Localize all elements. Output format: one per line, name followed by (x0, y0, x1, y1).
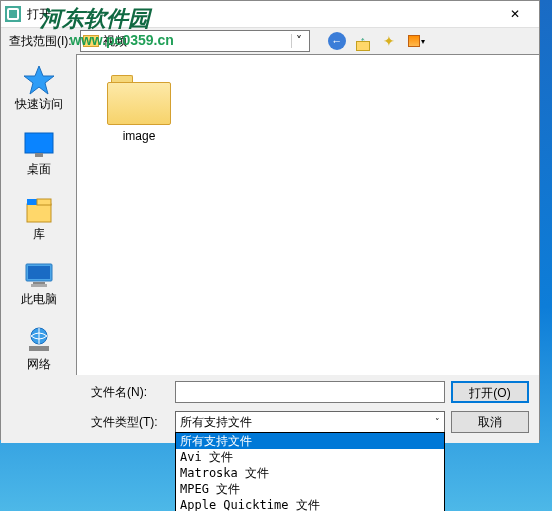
nav-icons: ← ▾ (328, 32, 428, 50)
view-menu-icon[interactable]: ▾ (406, 32, 428, 50)
folder-icon (107, 75, 171, 125)
filetype-option[interactable]: MPEG 文件 (176, 481, 444, 497)
filetype-option[interactable]: 所有支持文件 (176, 433, 444, 449)
filetype-option[interactable]: Matroska 文件 (176, 465, 444, 481)
folder-item[interactable]: image (107, 75, 171, 143)
path-dropdown-icon[interactable]: ˅ (291, 34, 307, 48)
sidebar-item-desktop[interactable]: 桌面 (21, 129, 57, 180)
new-folder-icon[interactable] (380, 32, 398, 50)
app-icon (5, 6, 21, 22)
open-button[interactable]: 打开(O) (451, 381, 529, 403)
filetype-selected-text: 所有支持文件 (180, 414, 435, 431)
lookfor-row: 查找范围(I): 视频 ˅ ← ▾ (1, 28, 539, 54)
filetype-label: 文件类型(T): (91, 414, 169, 431)
filetype-option[interactable]: Avi 文件 (176, 449, 444, 465)
filename-input[interactable] (175, 381, 445, 403)
filetype-row: 文件类型(T): 所有支持文件 ˅ 所有支持文件 Avi 文件 Matroska… (91, 411, 529, 433)
svg-rect-1 (25, 133, 53, 153)
main-row: 快速访问 桌面 库 此电脑 (1, 54, 539, 375)
sidebar-item-label: 此电脑 (21, 291, 57, 308)
folder-icon (83, 35, 99, 47)
svg-rect-2 (35, 153, 43, 157)
sidebar-item-label: 快速访问 (15, 96, 63, 113)
path-selector[interactable]: 视频 ˅ (80, 30, 310, 52)
titlebar: 打开 ✕ (1, 1, 539, 28)
filename-row: 文件名(N): 打开(O) (91, 381, 529, 403)
bottom-panel: 文件名(N): 打开(O) 文件类型(T): 所有支持文件 ˅ 所有支持文件 A… (1, 375, 539, 443)
chevron-down-icon: ˅ (435, 417, 440, 427)
network-icon (23, 326, 55, 354)
folder-name: image (123, 129, 156, 143)
filename-label: 文件名(N): (91, 384, 169, 401)
sidebar-item-network[interactable]: 网络 (21, 324, 57, 375)
thispc-icon (23, 261, 55, 289)
cancel-button[interactable]: 取消 (451, 411, 529, 433)
sidebar-item-label: 网络 (27, 356, 51, 373)
close-button[interactable]: ✕ (495, 1, 535, 27)
lookfor-label: 查找范围(I): (9, 33, 72, 50)
places-sidebar: 快速访问 桌面 库 此电脑 (1, 54, 76, 375)
sidebar-item-label: 桌面 (27, 161, 51, 178)
open-file-dialog: 打开 ✕ 查找范围(I): 视频 ˅ ← ▾ 快速访问 (0, 0, 540, 440)
back-icon[interactable]: ← (328, 32, 346, 50)
up-one-level-icon[interactable] (354, 32, 372, 50)
file-list-area[interactable]: image (76, 54, 539, 375)
sidebar-item-label: 库 (33, 226, 45, 243)
filetype-combo[interactable]: 所有支持文件 ˅ 所有支持文件 Avi 文件 Matroska 文件 MPEG … (175, 411, 445, 433)
path-text: 视频 (103, 33, 291, 50)
svg-rect-11 (29, 346, 49, 351)
quickaccess-icon (23, 66, 55, 94)
svg-rect-5 (37, 199, 51, 205)
svg-rect-3 (27, 204, 51, 222)
filetype-dropdown-list: 所有支持文件 Avi 文件 Matroska 文件 MPEG 文件 Apple … (175, 432, 445, 511)
svg-marker-0 (24, 66, 54, 94)
svg-rect-4 (27, 199, 37, 205)
svg-rect-7 (28, 266, 50, 279)
sidebar-item-quickaccess[interactable]: 快速访问 (13, 64, 65, 115)
libraries-icon (23, 196, 55, 224)
filetype-option[interactable]: Apple Quicktime 文件 (176, 497, 444, 511)
window-title: 打开 (27, 6, 495, 23)
filetype-display[interactable]: 所有支持文件 ˅ (175, 411, 445, 433)
sidebar-item-thispc[interactable]: 此电脑 (19, 259, 59, 310)
svg-rect-9 (31, 284, 47, 287)
sidebar-item-libraries[interactable]: 库 (21, 194, 57, 245)
svg-rect-8 (33, 282, 45, 284)
desktop-icon (23, 131, 55, 159)
